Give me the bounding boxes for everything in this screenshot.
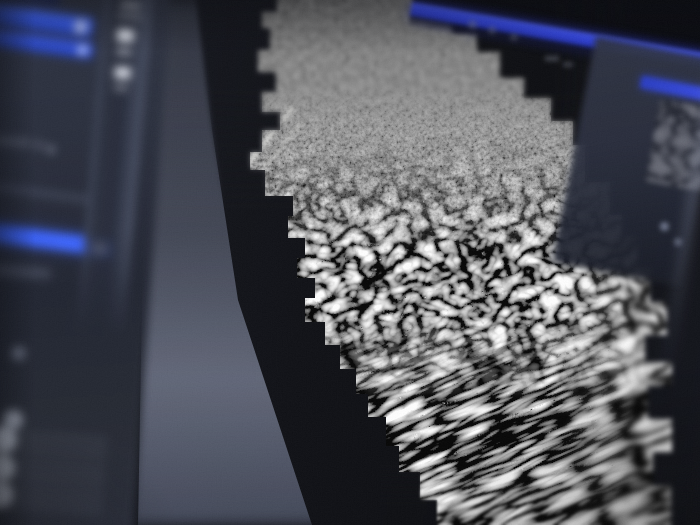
row-thumbnail-bokeh <box>0 480 13 509</box>
toolbar-icon[interactable] <box>120 0 141 9</box>
titlebar-bokeh-dot <box>488 26 496 34</box>
row-thumbnail-bokeh <box>0 453 15 482</box>
glow-indicator-icon <box>76 43 90 57</box>
toolbar-icon[interactable] <box>114 84 127 91</box>
panel-header-bar[interactable] <box>0 0 61 6</box>
row-thumbnail-bokeh <box>0 425 17 454</box>
right-panel-label-blur <box>563 62 573 67</box>
toolbar-icon[interactable] <box>116 28 134 42</box>
toolbar-icon[interactable] <box>117 12 141 20</box>
right-panel-label-blur <box>545 56 559 61</box>
glow-indicator-icon <box>72 18 89 35</box>
status-dot-icon <box>47 146 54 153</box>
titlebar-bokeh-dot <box>468 20 477 29</box>
bokeh-icon-dot <box>660 222 669 231</box>
toolbar-icon[interactable] <box>116 47 132 56</box>
sidebar-label-blur <box>0 264 51 279</box>
sidebar-row[interactable] <box>0 179 95 205</box>
monitor-photo-scene <box>0 0 700 525</box>
sidebar-label-blur <box>34 141 46 150</box>
titlebar-bokeh-dot <box>510 33 518 41</box>
titlebar-bokeh-dot <box>465 37 471 43</box>
layer-list-row[interactable] <box>0 425 108 462</box>
sidebar-label-blur <box>0 136 30 148</box>
bokeh-icon-dot <box>11 346 26 361</box>
toolbar-icon[interactable] <box>114 66 131 79</box>
